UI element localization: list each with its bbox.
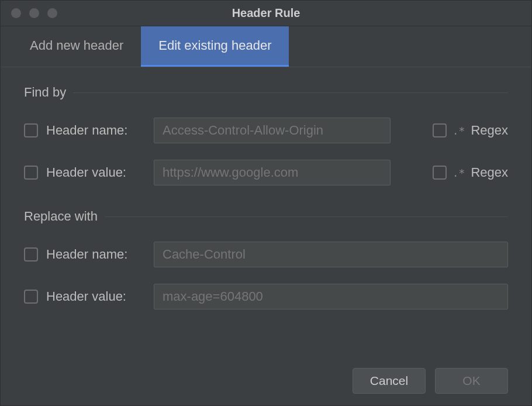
find-header-name-label: Header name: (46, 123, 146, 138)
close-icon[interactable] (11, 8, 21, 18)
find-header-name-input[interactable] (154, 118, 391, 143)
ok-button[interactable]: OK (435, 368, 508, 394)
replace-header-value-row: Header value: (24, 284, 508, 309)
find-header-name-regex-checkbox[interactable] (433, 123, 447, 137)
find-header-value-regex-label: Regex (471, 165, 508, 180)
maximize-icon[interactable] (47, 8, 57, 18)
titlebar: Header Rule (1, 1, 531, 26)
find-header-value-label: Header value: (46, 165, 146, 180)
divider (105, 216, 508, 217)
regex-icon: .* (452, 125, 465, 137)
replace-header-name-input[interactable] (154, 242, 508, 267)
minimize-icon[interactable] (29, 8, 39, 18)
find-header-name-regex-label: Regex (471, 123, 508, 138)
cancel-button[interactable]: Cancel (353, 368, 426, 394)
find-header-value-input[interactable] (154, 160, 391, 185)
replace-with-section: Replace with Header name: Header value: (24, 209, 508, 309)
replace-with-title: Replace with (24, 209, 98, 224)
find-header-value-regex-checkbox[interactable] (433, 166, 447, 180)
find-header-value-checkbox[interactable] (24, 166, 38, 180)
replace-header-name-checkbox[interactable] (24, 247, 38, 262)
dialog-window: Header Rule Add new header Edit existing… (0, 0, 532, 406)
find-header-value-regex-group: .* Regex (433, 165, 508, 180)
regex-icon: .* (452, 167, 465, 179)
replace-header-value-input[interactable] (154, 284, 508, 309)
traffic-lights (11, 8, 57, 18)
button-row: Cancel OK (1, 368, 531, 405)
replace-header-name-row: Header name: (24, 242, 508, 267)
find-header-name-regex-group: .* Regex (433, 123, 508, 138)
find-header-name-row: Header name: .* Regex (24, 118, 508, 143)
divider (73, 92, 508, 93)
section-header: Replace with (24, 209, 508, 224)
window-title: Header Rule (232, 6, 300, 20)
find-header-name-checkbox[interactable] (24, 123, 38, 137)
replace-header-value-checkbox[interactable] (24, 290, 38, 304)
tab-edit-existing-header[interactable]: Edit existing header (141, 26, 289, 67)
find-header-value-row: Header value: .* Regex (24, 160, 508, 185)
tab-add-new-header[interactable]: Add new header (12, 26, 141, 67)
replace-header-value-label: Header value: (46, 289, 146, 304)
replace-header-name-label: Header name: (46, 247, 146, 262)
tab-bar: Add new header Edit existing header (1, 26, 531, 67)
dialog-content: Find by Header name: .* Regex Header val… (1, 67, 531, 368)
find-by-title: Find by (24, 85, 66, 100)
section-header: Find by (24, 85, 508, 100)
find-by-section: Find by Header name: .* Regex Header val… (24, 85, 508, 185)
